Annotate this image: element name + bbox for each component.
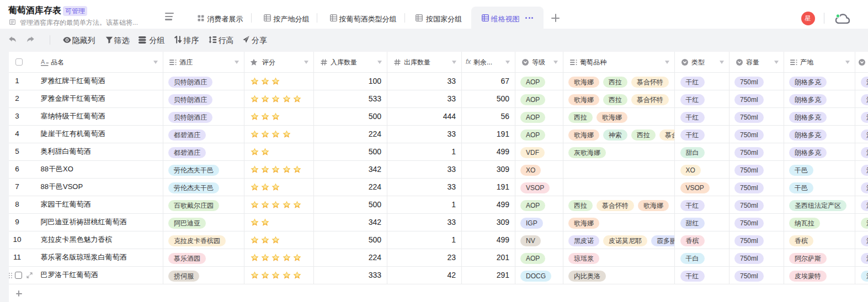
svg-text:A: A bbox=[41, 58, 45, 65]
